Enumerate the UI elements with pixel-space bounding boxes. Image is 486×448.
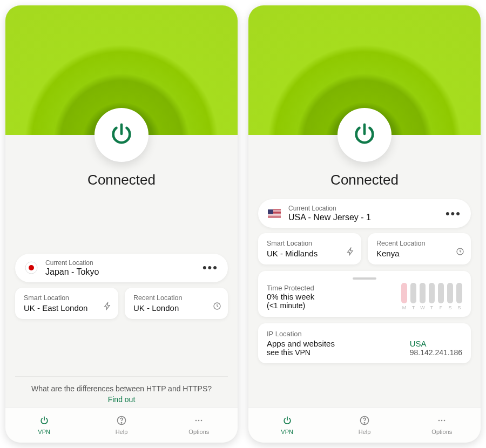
tip-link[interactable]: Find out: [17, 395, 226, 404]
ip-location-label: IP Location: [267, 330, 462, 338]
recent-location-value: Kenya: [376, 249, 462, 258]
svg-point-7: [201, 420, 202, 422]
more-horizontal-icon: [436, 415, 447, 427]
time-protected-line1: 0% this week: [267, 292, 395, 301]
connection-status: Connected: [5, 172, 238, 188]
smart-location-card[interactable]: Smart Location UK - Midlands: [258, 233, 361, 264]
ip-country: USA: [410, 339, 462, 348]
day-label: S: [448, 305, 451, 310]
svg-point-19: [438, 420, 440, 422]
current-location-label: Current Location: [288, 205, 438, 212]
ip-desc-line2: see this VPN: [267, 348, 403, 357]
smart-location-label: Smart Location: [24, 294, 110, 302]
smart-location-value: UK - Midlands: [267, 249, 353, 258]
nav-options[interactable]: Options: [160, 408, 238, 443]
nav-options-label: Options: [188, 429, 209, 435]
nav-vpn-label: VPN: [38, 429, 50, 435]
ip-location-card[interactable]: IP Location Apps and websites see this V…: [258, 323, 471, 363]
week-bar-chart: M T W T F S S: [401, 283, 462, 310]
svg-rect-15: [268, 209, 273, 214]
tip-question: What are the differences between HTTP an…: [17, 384, 226, 393]
svg-point-1: [29, 265, 34, 270]
nav-help-label: Help: [116, 429, 128, 435]
clock-icon: [456, 247, 464, 258]
day-label: T: [412, 305, 415, 310]
content-area: Current Location USA - New Jersey - 1 ••…: [248, 188, 481, 407]
svg-point-6: [198, 420, 200, 422]
bolt-icon: [346, 247, 355, 258]
current-location-label: Current Location: [45, 259, 195, 267]
svg-point-20: [441, 420, 443, 422]
more-icon[interactable]: •••: [446, 207, 461, 221]
power-icon: [282, 415, 293, 427]
power-icon: [109, 121, 134, 148]
recent-location-label: Recent Location: [133, 294, 219, 302]
recent-location-value: UK - London: [133, 303, 219, 313]
time-protected-label: Time Protected: [267, 284, 395, 292]
nav-help-label: Help: [359, 429, 371, 435]
power-icon: [39, 415, 50, 427]
question-icon: [116, 415, 127, 427]
recent-location-card[interactable]: Recent Location Kenya: [368, 233, 471, 264]
tip-panel: What are the differences between HTTP an…: [15, 376, 228, 407]
svg-rect-13: [268, 215, 281, 216]
time-protected-line2: (<1 minute): [267, 301, 395, 310]
nav-vpn[interactable]: VPN: [5, 408, 83, 443]
nav-vpn-label: VPN: [281, 429, 293, 435]
svg-rect-14: [268, 216, 281, 217]
power-button[interactable]: [94, 108, 148, 162]
flag-japan-icon: [25, 261, 38, 274]
power-button[interactable]: [338, 108, 392, 162]
nav-vpn[interactable]: VPN: [248, 408, 326, 443]
more-horizontal-icon: [193, 415, 204, 427]
content-area: Current Location Japan - Tokyo ••• Smart…: [5, 188, 238, 407]
nav-help[interactable]: Help: [83, 408, 160, 443]
connection-status: Connected: [248, 172, 481, 188]
bottom-navbar: VPN Help Options: [248, 407, 481, 443]
recent-location-label: Recent Location: [376, 240, 462, 247]
day-label: F: [440, 305, 443, 310]
question-icon: [359, 415, 370, 427]
time-protected-card[interactable]: Time Protected 0% this week (<1 minute) …: [258, 271, 471, 317]
day-label: W: [420, 305, 425, 310]
svg-rect-12: [268, 214, 281, 214]
nav-options-label: Options: [431, 429, 452, 435]
day-label: T: [430, 305, 434, 310]
drag-handle-icon[interactable]: [353, 277, 376, 280]
flag-usa-icon: [268, 207, 281, 220]
more-icon[interactable]: •••: [202, 261, 218, 275]
smart-location-card[interactable]: Smart Location UK - East London: [15, 288, 118, 319]
current-location-card[interactable]: Current Location Japan - Tokyo •••: [15, 254, 228, 282]
power-icon: [352, 121, 377, 148]
nav-options[interactable]: Options: [403, 408, 481, 443]
phone-right: Connected Current Location USA - New Jer…: [248, 5, 481, 443]
current-location-card[interactable]: Current Location USA - New Jersey - 1 ••…: [258, 199, 471, 228]
ip-desc-line1: Apps and websites: [267, 339, 403, 348]
svg-point-4: [121, 423, 122, 423]
clock-icon: [213, 302, 221, 313]
current-location-value: USA - New Jersey - 1: [288, 213, 438, 222]
hero-gradient: [5, 5, 238, 135]
svg-point-21: [444, 420, 446, 422]
smart-location-label: Smart Location: [267, 240, 353, 247]
day-label: S: [457, 305, 461, 310]
smart-location-value: UK - East London: [24, 303, 110, 313]
recent-location-card[interactable]: Recent Location UK - London: [125, 288, 228, 319]
svg-point-18: [364, 423, 364, 423]
day-label: M: [402, 305, 407, 310]
current-location-value: Japan - Tokyo: [45, 267, 195, 277]
svg-point-5: [195, 420, 197, 422]
ip-address: 98.142.241.186: [410, 348, 462, 357]
nav-help[interactable]: Help: [326, 408, 403, 443]
phone-left: Connected Current Location Japan - Tokyo…: [5, 5, 238, 443]
bottom-navbar: VPN Help Options: [5, 407, 238, 443]
hero-gradient: [248, 5, 481, 135]
bolt-icon: [103, 302, 112, 313]
